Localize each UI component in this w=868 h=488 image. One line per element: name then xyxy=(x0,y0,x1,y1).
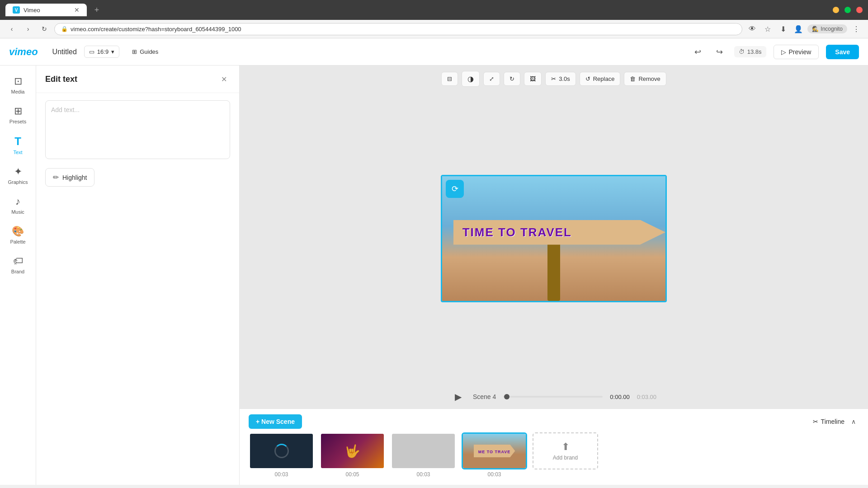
forward-button[interactable]: › xyxy=(22,23,34,35)
video-frame[interactable]: TIME TO TRAVEL ⟳ xyxy=(441,175,667,302)
save-button[interactable]: Save xyxy=(826,45,859,59)
tab-favicon: V xyxy=(13,6,20,14)
highlight-button[interactable]: ✏ Highlight xyxy=(45,168,94,187)
progress-thumb[interactable] xyxy=(504,394,509,399)
timeline-scissors-icon: ✂ xyxy=(813,418,818,425)
play-icon: ▷ xyxy=(781,48,786,56)
browser-tab[interactable]: V Vimeo ✕ xyxy=(5,4,87,16)
scene-thumb-2[interactable]: 🤟 00:05 xyxy=(320,432,385,478)
expand-icon: ⤢ xyxy=(489,75,494,82)
sidebar-item-palette[interactable]: 🎨 Palette xyxy=(3,221,33,249)
scene-image-1[interactable] xyxy=(249,432,314,469)
canvas-center: TIME TO TRAVEL ⟳ xyxy=(240,92,868,385)
heart-icon: 🤟 xyxy=(344,444,360,459)
logo-text: vimeo xyxy=(9,46,38,58)
image-tool-button[interactable]: 🖼 xyxy=(524,72,542,86)
move-button[interactable]: ⟳ xyxy=(446,180,464,198)
sidebar-item-brand[interactable]: 🏷 Brand xyxy=(3,251,33,279)
guides-grid-icon: ⊞ xyxy=(132,48,137,55)
time-total: 0:03.00 xyxy=(637,394,656,400)
sidebar-item-text[interactable]: T Text xyxy=(3,131,33,160)
sign-arrow: TIME TO TRAVEL xyxy=(453,220,665,245)
remove-tool-button[interactable]: 🗑 Remove xyxy=(624,72,666,86)
bookmark-icon[interactable]: ☆ xyxy=(761,23,774,35)
replace-tool-button[interactable]: ↺ Replace xyxy=(580,72,621,86)
menu-icon[interactable]: ⋮ xyxy=(850,23,863,35)
video-content: TIME TO TRAVEL xyxy=(442,176,665,301)
minimize-button[interactable] xyxy=(833,7,839,13)
canvas-playbar: ▶ Scene 4 0:00.00 0:03.00 xyxy=(240,385,868,408)
layout-tool-button[interactable]: ⊟ xyxy=(441,72,458,86)
preview-button[interactable]: ▷ Preview xyxy=(774,45,819,59)
address-bar[interactable]: 🔒 vimeo.com/create/customize?hash=storyb… xyxy=(54,23,742,35)
timer-value: 13.8s xyxy=(747,48,762,55)
scene-time-4: 00:03 xyxy=(487,471,501,478)
text-input[interactable] xyxy=(45,100,230,159)
palette-icon: 🎨 xyxy=(12,225,24,237)
scene-thumb-concert: 🤟 xyxy=(321,434,384,468)
canvas-area: ⊟ ◑ ⤢ ↻ 🖼 ✂ 3.0s ↺ xyxy=(240,66,868,485)
back-button[interactable]: ‹ xyxy=(5,23,18,35)
close-button[interactable] xyxy=(856,7,863,13)
preview-label: Preview xyxy=(789,48,811,56)
play-button[interactable]: ▶ xyxy=(451,389,466,404)
aspect-chevron-icon: ▾ xyxy=(111,48,114,55)
timeline-controls: ✂ Timeline ∧ xyxy=(813,416,859,427)
scene-image-3[interactable] xyxy=(391,432,456,469)
scene-thumb-gray xyxy=(392,434,455,468)
add-brand-label: Add brand xyxy=(553,455,578,461)
guides-label: Guides xyxy=(140,48,158,55)
lock-icon: 🔒 xyxy=(61,26,68,32)
maximize-button[interactable] xyxy=(844,7,851,13)
aspect-ratio-selector[interactable]: ▭ 16:9 ▾ xyxy=(84,46,119,58)
profile-icon[interactable]: 👤 xyxy=(792,23,805,35)
sign-text: TIME TO TRAVEL xyxy=(462,225,572,239)
progress-bar[interactable] xyxy=(503,396,603,398)
scene-thumb-travel: ME TO TRAVE xyxy=(463,434,526,468)
trim-label: 3.0s xyxy=(559,75,570,82)
undo-button[interactable]: ↩ xyxy=(691,45,705,59)
scene-time-2: 00:05 xyxy=(345,471,359,478)
sidebar-item-presets[interactable]: ⊞ Presets xyxy=(3,101,33,129)
add-brand-icon: ⬆ xyxy=(561,441,570,453)
scene-thumb-1[interactable]: 00:03 xyxy=(249,432,314,478)
scene-thumb-4[interactable]: ME TO TRAVE 00:03 xyxy=(462,432,527,478)
scene-image-4[interactable]: ME TO TRAVE xyxy=(462,432,527,469)
scene-time-3: 00:03 xyxy=(416,471,430,478)
crop-tool-button[interactable]: ↻ xyxy=(504,72,520,86)
guides-button[interactable]: ⊞ Guides xyxy=(127,46,164,57)
timer-display: ⏱ 13.8s xyxy=(734,46,766,57)
crop-icon: ↻ xyxy=(509,75,514,82)
scene-thumb-dark xyxy=(250,434,313,468)
text-icon: T xyxy=(14,135,21,148)
sidebar-item-media[interactable]: ⊡ Media xyxy=(3,71,33,99)
scene-thumb-3[interactable]: 00:03 xyxy=(391,432,456,478)
expand-tool-button[interactable]: ⤢ xyxy=(483,72,500,86)
time-current: 0:00.00 xyxy=(610,394,629,400)
color-tool-button[interactable]: ◑ xyxy=(462,71,480,87)
project-title[interactable]: Untitled xyxy=(52,48,77,56)
redo-button[interactable]: ↪ xyxy=(712,45,727,59)
edit-panel-header: Edit text ✕ xyxy=(36,66,239,93)
browser-nav-actions: 👁 ☆ ⬇ 👤 🕵 Incognito ⋮ xyxy=(746,23,863,35)
window-controls xyxy=(833,7,863,13)
close-panel-button[interactable]: ✕ xyxy=(217,73,230,85)
download-icon[interactable]: ⬇ xyxy=(777,23,789,35)
topbar: vimeo Untitled ▭ 16:9 ▾ ⊞ Guides ↩ ↪ ⏱ 1… xyxy=(0,38,868,66)
new-scene-button[interactable]: + New Scene xyxy=(249,414,302,429)
add-brand-button[interactable]: ⬆ Add brand xyxy=(533,432,598,469)
edit-panel: Edit text ✕ ✏ Highlight xyxy=(36,66,240,485)
timeline-scissors-button[interactable]: ✂ Timeline xyxy=(813,418,844,425)
icon-sidebar: ⊡ Media ⊞ Presets T Text ✦ Graphics ♪ Mu… xyxy=(0,66,36,485)
sidebar-item-graphics[interactable]: ✦ Graphics xyxy=(3,161,33,189)
trim-tool-button[interactable]: ✂ 3.0s xyxy=(545,72,576,86)
scene-image-2[interactable]: 🤟 xyxy=(320,432,385,469)
tab-close-icon[interactable]: ✕ xyxy=(74,6,80,14)
timeline-collapse-button[interactable]: ∧ xyxy=(848,416,859,427)
screen-reader-icon[interactable]: 👁 xyxy=(746,23,759,35)
app: vimeo Untitled ▭ 16:9 ▾ ⊞ Guides ↩ ↪ ⏱ 1… xyxy=(0,38,868,485)
sidebar-item-music[interactable]: ♪ Music xyxy=(3,191,33,219)
replace-icon: ↺ xyxy=(585,75,590,82)
reload-button[interactable]: ↻ xyxy=(38,23,51,35)
new-tab-button[interactable]: + xyxy=(90,4,103,16)
